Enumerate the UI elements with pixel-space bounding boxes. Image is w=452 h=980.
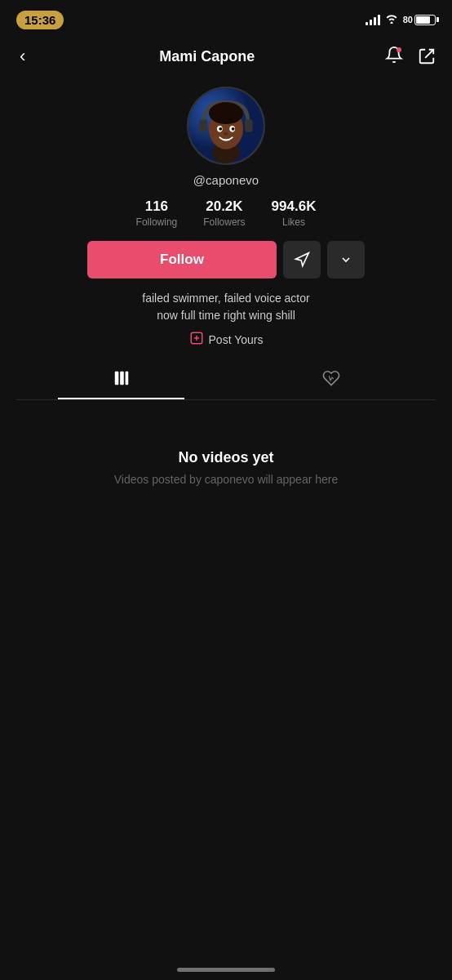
followers-label: Followers xyxy=(203,216,245,228)
svg-rect-15 xyxy=(114,371,118,385)
tabs-row xyxy=(16,360,436,400)
battery-level: 80 xyxy=(403,15,413,24)
following-label: Following xyxy=(136,216,178,228)
more-button[interactable] xyxy=(327,241,365,278)
avatar xyxy=(187,87,265,165)
bio-text: failed swimmer, failed voice actornow fu… xyxy=(142,290,309,324)
tab-videos[interactable] xyxy=(16,360,226,399)
status-bar: 15:36 80 xyxy=(0,0,452,36)
svg-rect-17 xyxy=(125,371,128,385)
top-navigation: ‹ Mami Capone xyxy=(0,36,452,80)
post-yours-icon xyxy=(189,331,204,349)
following-stat[interactable]: 116 Following xyxy=(136,198,178,228)
videos-grid-icon xyxy=(113,369,131,391)
nav-actions xyxy=(385,46,436,67)
profile-section: @caponevo 116 Following 20.2K Followers … xyxy=(0,80,452,400)
battery-icon: 80 xyxy=(403,15,436,25)
dm-icon xyxy=(294,252,310,268)
no-videos-subtitle: Videos posted by caponevo will appear he… xyxy=(114,473,338,486)
followers-stat[interactable]: 20.2K Followers xyxy=(203,198,245,228)
username: @caponevo xyxy=(193,173,259,187)
notification-dot xyxy=(397,47,401,52)
svg-point-7 xyxy=(212,102,241,118)
stats-row: 116 Following 20.2K Followers 994.6K Lik… xyxy=(16,198,436,228)
back-button[interactable]: ‹ xyxy=(16,42,29,70)
liked-icon xyxy=(322,369,340,391)
dm-button[interactable] xyxy=(283,241,321,278)
likes-stat[interactable]: 994.6K Likes xyxy=(272,198,317,228)
likes-count: 994.6K xyxy=(272,198,317,215)
status-time: 15:36 xyxy=(16,11,64,29)
svg-point-10 xyxy=(219,127,222,131)
chevron-down-icon xyxy=(339,253,352,266)
status-icons: 80 xyxy=(366,13,436,26)
following-count: 116 xyxy=(145,198,168,215)
follow-button[interactable]: Follow xyxy=(87,241,277,278)
svg-marker-13 xyxy=(296,253,309,266)
svg-point-11 xyxy=(232,127,235,131)
svg-rect-2 xyxy=(199,119,207,131)
home-indicator xyxy=(177,968,275,972)
post-yours-label: Post Yours xyxy=(209,333,264,346)
page-title: Mami Capone xyxy=(159,48,255,65)
tab-liked[interactable] xyxy=(226,360,436,399)
likes-label: Likes xyxy=(282,216,305,228)
followers-count: 20.2K xyxy=(206,198,242,215)
post-yours-button[interactable]: Post Yours xyxy=(189,331,264,349)
action-buttons: Follow xyxy=(87,241,365,278)
svg-point-12 xyxy=(224,132,228,136)
bio-section: failed swimmer, failed voice actornow fu… xyxy=(117,290,334,324)
share-icon[interactable] xyxy=(418,47,436,65)
svg-rect-3 xyxy=(245,119,253,131)
signal-icon xyxy=(366,14,380,25)
notification-button-container[interactable] xyxy=(385,46,403,67)
svg-rect-16 xyxy=(120,371,124,385)
videos-section: No videos yet Videos posted by caponevo … xyxy=(0,400,452,727)
wifi-icon xyxy=(385,13,398,26)
no-videos-title: No videos yet xyxy=(178,449,273,466)
